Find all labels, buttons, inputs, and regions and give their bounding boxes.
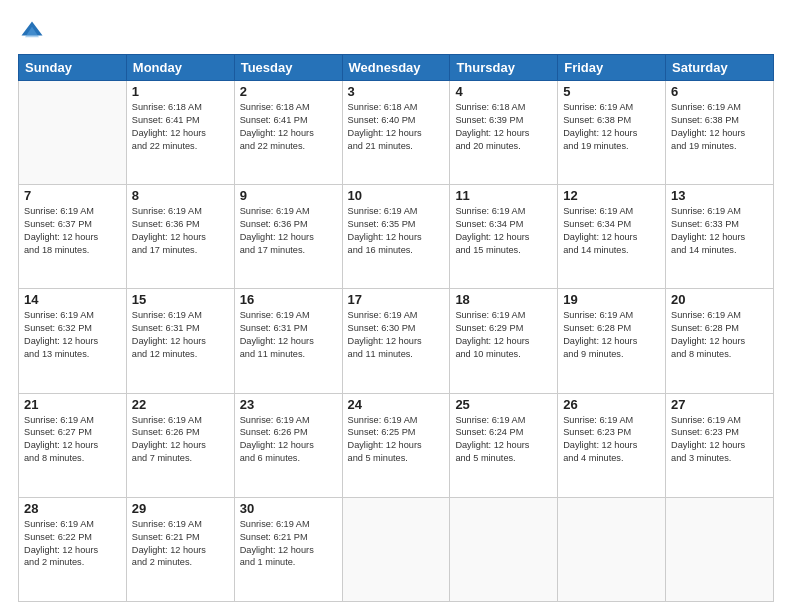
day-info: Sunrise: 6:19 AMSunset: 6:33 PMDaylight:… <box>671 205 768 257</box>
day-cell: 16Sunrise: 6:19 AMSunset: 6:31 PMDayligh… <box>234 289 342 393</box>
day-cell: 13Sunrise: 6:19 AMSunset: 6:33 PMDayligh… <box>666 185 774 289</box>
day-number: 1 <box>132 84 229 99</box>
day-number: 14 <box>24 292 121 307</box>
day-info: Sunrise: 6:19 AMSunset: 6:28 PMDaylight:… <box>671 309 768 361</box>
day-cell: 29Sunrise: 6:19 AMSunset: 6:21 PMDayligh… <box>126 497 234 601</box>
day-info: Sunrise: 6:19 AMSunset: 6:31 PMDaylight:… <box>240 309 337 361</box>
day-info: Sunrise: 6:19 AMSunset: 6:22 PMDaylight:… <box>24 518 121 570</box>
week-row-2: 7Sunrise: 6:19 AMSunset: 6:37 PMDaylight… <box>19 185 774 289</box>
day-number: 15 <box>132 292 229 307</box>
day-cell: 5Sunrise: 6:19 AMSunset: 6:38 PMDaylight… <box>558 81 666 185</box>
day-number: 22 <box>132 397 229 412</box>
day-number: 2 <box>240 84 337 99</box>
day-cell: 18Sunrise: 6:19 AMSunset: 6:29 PMDayligh… <box>450 289 558 393</box>
day-number: 24 <box>348 397 445 412</box>
day-header-wednesday: Wednesday <box>342 55 450 81</box>
day-info: Sunrise: 6:19 AMSunset: 6:38 PMDaylight:… <box>563 101 660 153</box>
day-cell: 8Sunrise: 6:19 AMSunset: 6:36 PMDaylight… <box>126 185 234 289</box>
day-cell: 14Sunrise: 6:19 AMSunset: 6:32 PMDayligh… <box>19 289 127 393</box>
week-row-5: 28Sunrise: 6:19 AMSunset: 6:22 PMDayligh… <box>19 497 774 601</box>
day-cell: 23Sunrise: 6:19 AMSunset: 6:26 PMDayligh… <box>234 393 342 497</box>
day-number: 20 <box>671 292 768 307</box>
day-number: 21 <box>24 397 121 412</box>
day-info: Sunrise: 6:19 AMSunset: 6:21 PMDaylight:… <box>132 518 229 570</box>
day-number: 29 <box>132 501 229 516</box>
day-info: Sunrise: 6:18 AMSunset: 6:40 PMDaylight:… <box>348 101 445 153</box>
day-info: Sunrise: 6:19 AMSunset: 6:26 PMDaylight:… <box>240 414 337 466</box>
day-cell: 28Sunrise: 6:19 AMSunset: 6:22 PMDayligh… <box>19 497 127 601</box>
page: SundayMondayTuesdayWednesdayThursdayFrid… <box>0 0 792 612</box>
logo <box>18 18 50 46</box>
day-number: 5 <box>563 84 660 99</box>
day-cell: 6Sunrise: 6:19 AMSunset: 6:38 PMDaylight… <box>666 81 774 185</box>
day-number: 12 <box>563 188 660 203</box>
day-cell: 17Sunrise: 6:19 AMSunset: 6:30 PMDayligh… <box>342 289 450 393</box>
day-cell: 4Sunrise: 6:18 AMSunset: 6:39 PMDaylight… <box>450 81 558 185</box>
day-info: Sunrise: 6:19 AMSunset: 6:29 PMDaylight:… <box>455 309 552 361</box>
header <box>18 18 774 46</box>
day-info: Sunrise: 6:19 AMSunset: 6:34 PMDaylight:… <box>455 205 552 257</box>
day-header-friday: Friday <box>558 55 666 81</box>
week-row-3: 14Sunrise: 6:19 AMSunset: 6:32 PMDayligh… <box>19 289 774 393</box>
header-row: SundayMondayTuesdayWednesdayThursdayFrid… <box>19 55 774 81</box>
day-info: Sunrise: 6:18 AMSunset: 6:41 PMDaylight:… <box>132 101 229 153</box>
day-cell: 1Sunrise: 6:18 AMSunset: 6:41 PMDaylight… <box>126 81 234 185</box>
day-header-sunday: Sunday <box>19 55 127 81</box>
day-info: Sunrise: 6:19 AMSunset: 6:25 PMDaylight:… <box>348 414 445 466</box>
week-row-1: 1Sunrise: 6:18 AMSunset: 6:41 PMDaylight… <box>19 81 774 185</box>
day-info: Sunrise: 6:19 AMSunset: 6:26 PMDaylight:… <box>132 414 229 466</box>
day-info: Sunrise: 6:19 AMSunset: 6:35 PMDaylight:… <box>348 205 445 257</box>
day-number: 11 <box>455 188 552 203</box>
day-info: Sunrise: 6:19 AMSunset: 6:23 PMDaylight:… <box>563 414 660 466</box>
day-number: 3 <box>348 84 445 99</box>
day-header-thursday: Thursday <box>450 55 558 81</box>
day-info: Sunrise: 6:19 AMSunset: 6:30 PMDaylight:… <box>348 309 445 361</box>
calendar-table: SundayMondayTuesdayWednesdayThursdayFrid… <box>18 54 774 602</box>
day-number: 4 <box>455 84 552 99</box>
day-cell: 15Sunrise: 6:19 AMSunset: 6:31 PMDayligh… <box>126 289 234 393</box>
day-cell: 10Sunrise: 6:19 AMSunset: 6:35 PMDayligh… <box>342 185 450 289</box>
day-number: 18 <box>455 292 552 307</box>
day-number: 9 <box>240 188 337 203</box>
day-cell: 7Sunrise: 6:19 AMSunset: 6:37 PMDaylight… <box>19 185 127 289</box>
day-info: Sunrise: 6:19 AMSunset: 6:28 PMDaylight:… <box>563 309 660 361</box>
day-number: 28 <box>24 501 121 516</box>
day-number: 13 <box>671 188 768 203</box>
day-info: Sunrise: 6:19 AMSunset: 6:36 PMDaylight:… <box>240 205 337 257</box>
day-info: Sunrise: 6:18 AMSunset: 6:39 PMDaylight:… <box>455 101 552 153</box>
day-info: Sunrise: 6:19 AMSunset: 6:31 PMDaylight:… <box>132 309 229 361</box>
day-info: Sunrise: 6:19 AMSunset: 6:21 PMDaylight:… <box>240 518 337 570</box>
day-cell <box>342 497 450 601</box>
day-info: Sunrise: 6:19 AMSunset: 6:32 PMDaylight:… <box>24 309 121 361</box>
day-cell: 24Sunrise: 6:19 AMSunset: 6:25 PMDayligh… <box>342 393 450 497</box>
day-cell: 27Sunrise: 6:19 AMSunset: 6:23 PMDayligh… <box>666 393 774 497</box>
day-info: Sunrise: 6:19 AMSunset: 6:34 PMDaylight:… <box>563 205 660 257</box>
day-cell: 19Sunrise: 6:19 AMSunset: 6:28 PMDayligh… <box>558 289 666 393</box>
day-number: 30 <box>240 501 337 516</box>
day-number: 8 <box>132 188 229 203</box>
day-info: Sunrise: 6:19 AMSunset: 6:23 PMDaylight:… <box>671 414 768 466</box>
day-info: Sunrise: 6:19 AMSunset: 6:36 PMDaylight:… <box>132 205 229 257</box>
day-number: 25 <box>455 397 552 412</box>
day-number: 23 <box>240 397 337 412</box>
day-number: 26 <box>563 397 660 412</box>
logo-icon <box>18 18 46 46</box>
day-cell: 12Sunrise: 6:19 AMSunset: 6:34 PMDayligh… <box>558 185 666 289</box>
day-cell: 11Sunrise: 6:19 AMSunset: 6:34 PMDayligh… <box>450 185 558 289</box>
day-cell: 22Sunrise: 6:19 AMSunset: 6:26 PMDayligh… <box>126 393 234 497</box>
day-info: Sunrise: 6:19 AMSunset: 6:24 PMDaylight:… <box>455 414 552 466</box>
day-cell <box>666 497 774 601</box>
day-cell <box>558 497 666 601</box>
day-number: 10 <box>348 188 445 203</box>
day-header-monday: Monday <box>126 55 234 81</box>
day-cell <box>19 81 127 185</box>
day-number: 17 <box>348 292 445 307</box>
day-header-saturday: Saturday <box>666 55 774 81</box>
day-cell: 25Sunrise: 6:19 AMSunset: 6:24 PMDayligh… <box>450 393 558 497</box>
day-info: Sunrise: 6:19 AMSunset: 6:27 PMDaylight:… <box>24 414 121 466</box>
day-cell: 9Sunrise: 6:19 AMSunset: 6:36 PMDaylight… <box>234 185 342 289</box>
week-row-4: 21Sunrise: 6:19 AMSunset: 6:27 PMDayligh… <box>19 393 774 497</box>
day-number: 16 <box>240 292 337 307</box>
day-cell: 21Sunrise: 6:19 AMSunset: 6:27 PMDayligh… <box>19 393 127 497</box>
day-number: 19 <box>563 292 660 307</box>
